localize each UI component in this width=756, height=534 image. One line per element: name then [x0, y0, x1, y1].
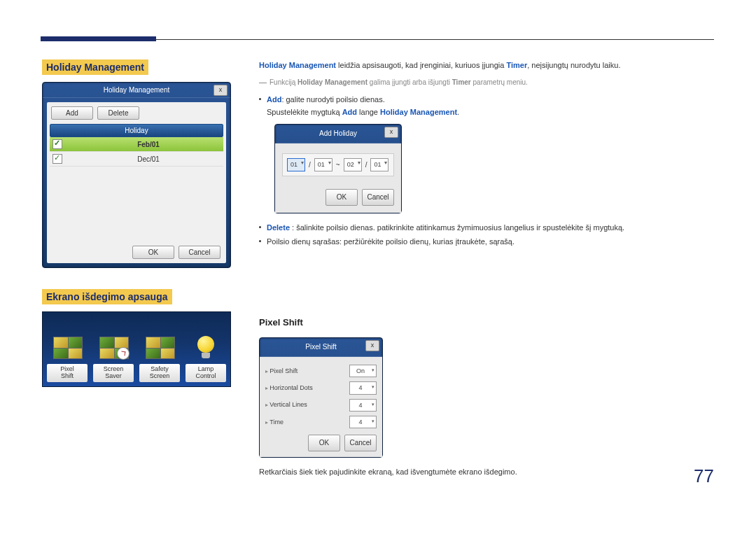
- add-holiday-dialog: Add Holiday x 01 / 01 ~ 02 / 01 OK: [274, 124, 402, 213]
- section-label-holiday: Holiday Management: [42, 59, 148, 75]
- header-accent-bar: [41, 36, 156, 41]
- subheading: Pixel Shift: [259, 316, 714, 330]
- icon-toolbar: Pixel Shift Screen Saver Safety Screen: [42, 311, 231, 387]
- day-to-select[interactable]: 01: [370, 158, 388, 171]
- lamp-icon: [186, 333, 226, 361]
- screen-saver-icon: [93, 333, 134, 361]
- cancel-button[interactable]: Cancel: [344, 435, 377, 451]
- tile-label: Safety Screen: [139, 364, 180, 382]
- select[interactable]: 4: [349, 416, 377, 428]
- select[interactable]: 4: [349, 399, 377, 412]
- intro-text: Holiday Management leidžia apsisaugoti, …: [259, 59, 714, 72]
- checkbox-icon[interactable]: [52, 139, 62, 149]
- close-icon[interactable]: x: [365, 340, 379, 351]
- tile-screen-saver[interactable]: Screen Saver: [93, 333, 134, 382]
- setting-row: Time4: [265, 414, 377, 430]
- right-column: Holiday Management leidžia apsisaugoti, …: [259, 59, 714, 479]
- delete-button[interactable]: Delete: [97, 106, 139, 120]
- cancel-button[interactable]: Cancel: [178, 246, 220, 259]
- close-icon[interactable]: x: [384, 127, 398, 138]
- cell-date: Dec/01: [76, 155, 220, 163]
- bullet-icon: [259, 240, 261, 242]
- toolbar: Add Delete: [47, 102, 226, 124]
- day-from-select[interactable]: 01: [314, 158, 332, 171]
- column-header: Holiday: [50, 124, 223, 137]
- select[interactable]: On: [349, 365, 377, 377]
- bullet-delete: Delete : šalinkite poilsio dienas. patik…: [259, 222, 714, 234]
- bullet-icon: [259, 98, 261, 100]
- add-button[interactable]: Add: [51, 106, 93, 120]
- page: Holiday Management Holiday Management x …: [0, 0, 756, 507]
- pixel-shift-dialog: Pixel Shift x Pixel ShiftOn Horizontal D…: [259, 337, 383, 458]
- dialog-body: Pixel ShiftOn Horizontal Dots4 Vertical …: [260, 357, 382, 458]
- left-column: Holiday Management Holiday Management x …: [42, 59, 231, 479]
- bullet-list: Poilsio dienų sąrašas: peržiūrėkite poil…: [259, 236, 714, 248]
- holiday-management-dialog: Holiday Management x Add Delete Holiday …: [42, 82, 231, 268]
- dialog-title-text: Holiday Management: [104, 86, 170, 94]
- select[interactable]: 4: [349, 381, 377, 394]
- dialog-title: Pixel Shift x: [260, 338, 382, 357]
- date-range-fields: 01 / 01 ~ 02 / 01: [282, 153, 394, 176]
- month-from-select[interactable]: 01: [287, 158, 305, 171]
- pixel-shift-icon: [47, 333, 88, 361]
- safety-screen-icon: [139, 333, 180, 361]
- tile-safety-screen[interactable]: Safety Screen: [139, 333, 180, 382]
- ok-button[interactable]: OK: [308, 435, 340, 451]
- bullet-icon: [259, 226, 261, 228]
- close-icon[interactable]: x: [214, 85, 227, 96]
- pixel-shift-desc: Retkarčiais šiek tiek pajudinkite ekraną…: [259, 466, 714, 479]
- tile-lamp-control[interactable]: Lamp Control: [186, 333, 226, 382]
- tile-label: Lamp Control: [186, 364, 226, 382]
- setting-row: Vertical Lines4: [265, 397, 377, 414]
- setting-row: Horizontal Dots4: [265, 379, 377, 396]
- cell-date: Feb/01: [76, 141, 220, 148]
- tile-pixel-shift[interactable]: Pixel Shift: [47, 333, 88, 382]
- dialog-title: Holiday Management x: [43, 83, 230, 98]
- bullet-add: Add: galite nurodyti poilsio dienas. Spu…: [259, 94, 714, 118]
- ok-button[interactable]: OK: [132, 246, 174, 259]
- ok-button[interactable]: OK: [326, 189, 358, 206]
- dialog-title: Add Holiday x: [275, 125, 401, 143]
- page-number: 77: [694, 465, 714, 487]
- dialog-body: 01 / 01 ~ 02 / 01 OK Cancel: [275, 143, 401, 212]
- pixel-shift-section: Pixel Shift Pixel Shift x Pixel ShiftOn …: [259, 316, 714, 479]
- dialog-footer: OK Cancel: [265, 435, 377, 451]
- tile-label: Screen Saver: [93, 364, 134, 382]
- term: Add: [267, 95, 281, 104]
- screen-burn-section: Ekrano išdegimo apsauga Pixel Shift Scre…: [42, 289, 231, 387]
- tile-label: Pixel Shift: [47, 364, 88, 382]
- dialog-body: Add Delete Holiday Feb/01 Dec/01 OK Ca: [47, 102, 226, 263]
- note-text: ―Funkciją Holiday Management galima įjun…: [259, 76, 714, 89]
- term: Timer: [506, 61, 527, 69]
- dialog-footer: OK Cancel: [132, 246, 220, 259]
- cancel-button[interactable]: Cancel: [362, 189, 394, 206]
- section-label-burn: Ekrano išdegimo apsauga: [42, 289, 172, 304]
- term: Holiday Management: [259, 61, 336, 69]
- content: Holiday Management Holiday Management x …: [42, 59, 714, 479]
- setting-row: Pixel ShiftOn: [265, 363, 377, 379]
- checkbox-icon[interactable]: [52, 154, 62, 164]
- dialog-footer: OK Cancel: [282, 189, 394, 206]
- month-to-select[interactable]: 02: [344, 158, 362, 171]
- table-row[interactable]: Feb/01: [50, 137, 223, 152]
- table-row[interactable]: Dec/01: [50, 152, 223, 167]
